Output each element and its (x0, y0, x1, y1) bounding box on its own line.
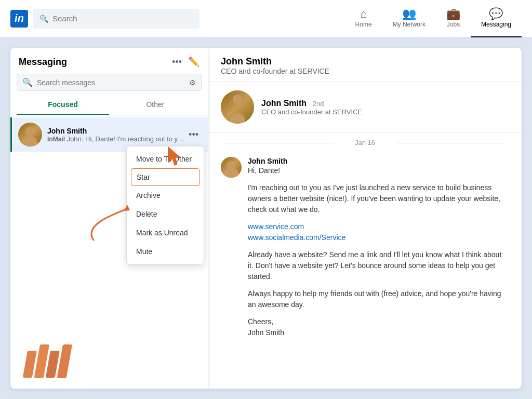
top-navigation: in 🔍 ⌂ Home 👥 My Network 💼 Jobs 💬 Messag… (0, 0, 532, 37)
nav-item-jobs[interactable]: 💼 Jobs (436, 0, 471, 37)
conversation-preview-text: John: Hi, Dante! I'm reaching out to you… (67, 135, 185, 143)
messaging-title: Messaging (19, 57, 67, 68)
inmail-badge: InMail (47, 136, 65, 143)
search-bar[interactable]: 🔍 (33, 9, 200, 29)
jobs-icon: 💼 (446, 8, 460, 20)
conversation-list: John Smith InMail John: Hi, Dante! I'm r… (10, 115, 208, 154)
nav-item-messaging[interactable]: 💬 Messaging (471, 0, 522, 37)
nav-item-home[interactable]: ⌂ Home (345, 0, 382, 37)
nav-item-my-network[interactable]: 👥 My Network (382, 0, 436, 37)
avatar-image (221, 90, 254, 124)
profile-title: CEO and co-founder at SERVICE (261, 108, 362, 116)
ctx-delete[interactable]: Delete (127, 205, 204, 223)
msg-closing: Cheers,John Smith (248, 316, 509, 338)
chat-header-title: CEO and co-founder at SERVICE (221, 67, 509, 75)
message-avatar-image (221, 157, 242, 178)
msg-body-3: Always happy to help my friends out with… (248, 288, 509, 310)
conversation-name: John Smith (47, 127, 185, 135)
ctx-star[interactable]: Star (131, 168, 200, 186)
linkedin-logo[interactable]: in (10, 10, 28, 28)
my-network-icon: 👥 (402, 8, 416, 20)
degree-badge: · 2nd (309, 100, 324, 108)
decorative-logo (26, 340, 70, 378)
messaging-tabs: Focused Other (10, 95, 208, 115)
conversation-info: John Smith InMail John: Hi, Dante! I'm r… (47, 127, 185, 143)
link-service[interactable]: www.service.com (248, 222, 304, 231)
msg-body-2: Already have a website? Send me a link a… (248, 249, 509, 282)
profile-info: John Smith · 2nd CEO and co-founder at S… (261, 99, 362, 116)
msg-body-1: I'm reaching out to you as I've just lau… (248, 182, 509, 215)
message-avatar (221, 157, 242, 178)
ctx-mute[interactable]: Mute (127, 242, 204, 261)
deco-line-4 (57, 344, 72, 378)
message-sender: John Smith (248, 157, 509, 165)
chat-panel: John Smith CEO and co-founder at SERVICE… (208, 48, 522, 389)
search-messages-bar[interactable]: 🔍 ⚙ (17, 74, 202, 91)
filter-icon[interactable]: ⚙ (189, 78, 196, 87)
chat-profile-section: John Smith · 2nd CEO and co-founder at S… (208, 82, 522, 132)
nav-label-home: Home (355, 21, 372, 28)
msg-links: www.service.com www.socialmedia.com/Serv… (248, 221, 509, 243)
conversation-item-john-smith[interactable]: John Smith InMail John: Hi, Dante! I'm r… (10, 117, 208, 152)
arrow-annotation (52, 193, 135, 245)
context-menu: Move to To Other Star Archive Delete Mar… (126, 146, 204, 264)
ctx-mark-as-unread[interactable]: Mark as Unread (127, 223, 204, 242)
profile-avatar (221, 90, 254, 124)
compose-icon[interactable]: ✏️ (188, 56, 200, 68)
link-socialmedia[interactable]: www.socialmedia.com/Service (248, 233, 345, 242)
messaging-header: Messaging ••• ✏️ (10, 48, 208, 72)
more-options-icon[interactable]: ••• (172, 57, 182, 68)
profile-name: John Smith · 2nd (261, 99, 362, 108)
messaging-header-icons: ••• ✏️ (172, 56, 200, 68)
home-icon: ⌂ (360, 8, 367, 20)
message-content: John Smith Hi, Dante! I'm reaching out t… (248, 157, 509, 344)
search-input[interactable] (52, 14, 193, 23)
ctx-archive[interactable]: Archive (127, 186, 204, 205)
msg-greeting: Hi, Dante! (248, 165, 509, 176)
search-messages-icon: 🔍 (22, 77, 33, 87)
messaging-icon: 💬 (489, 8, 503, 20)
nav-items: ⌂ Home 👥 My Network 💼 Jobs 💬 Messaging (345, 0, 522, 37)
tab-other[interactable]: Other (109, 95, 202, 115)
ctx-move-to-other[interactable]: Move to To Other (127, 150, 204, 168)
conversation-more-icon[interactable]: ••• (185, 128, 202, 141)
nav-label-my-network: My Network (393, 21, 425, 28)
message-text: Hi, Dante! I'm reaching out to you as I'… (248, 165, 509, 338)
chat-header: John Smith CEO and co-founder at SERVICE (208, 48, 522, 82)
date-divider: Jan 16 (208, 132, 522, 153)
tab-focused[interactable]: Focused (17, 95, 109, 115)
chat-message: John Smith Hi, Dante! I'm reaching out t… (208, 153, 522, 349)
chat-header-name: John Smith (221, 56, 509, 67)
conversation-avatar (18, 123, 42, 147)
nav-label-jobs: Jobs (447, 21, 460, 28)
messaging-panel: Messaging ••• ✏️ 🔍 ⚙ Focused Other John … (10, 48, 208, 389)
main-area: Messaging ••• ✏️ 🔍 ⚙ Focused Other John … (0, 37, 532, 399)
search-messages-input[interactable] (37, 78, 185, 87)
conversation-preview: InMail John: Hi, Dante! I'm reaching out… (47, 135, 185, 143)
nav-label-messaging: Messaging (481, 21, 511, 28)
search-icon: 🔍 (39, 15, 48, 23)
